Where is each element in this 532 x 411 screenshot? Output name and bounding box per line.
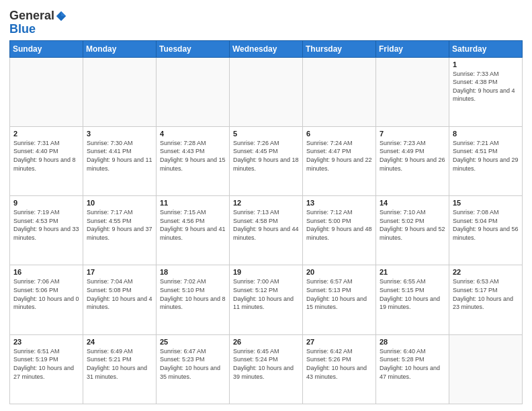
day-number: 18: [160, 268, 226, 276]
day-info: Sunrise: 7:33 AM Sunset: 4:38 PM Dayligh…: [453, 70, 519, 103]
calendar-cell: 1Sunrise: 7:33 AM Sunset: 4:38 PM Daylig…: [449, 57, 523, 126]
calendar-cell: 5Sunrise: 7:26 AM Sunset: 4:45 PM Daylig…: [230, 126, 303, 195]
day-info: Sunrise: 7:15 AM Sunset: 4:56 PM Dayligh…: [160, 208, 226, 242]
calendar-week-row: 1Sunrise: 7:33 AM Sunset: 4:38 PM Daylig…: [10, 57, 523, 126]
day-info: Sunrise: 7:00 AM Sunset: 5:12 PM Dayligh…: [233, 277, 299, 311]
day-info: Sunrise: 7:06 AM Sunset: 5:06 PM Dayligh…: [13, 277, 79, 311]
weekday-header-wednesday: Wednesday: [230, 40, 303, 57]
logo-blue-text: Blue: [9, 23, 67, 36]
day-number: 26: [233, 338, 299, 346]
calendar-week-row: 23Sunrise: 6:51 AM Sunset: 5:19 PM Dayli…: [10, 334, 523, 404]
day-info: Sunrise: 7:23 AM Sunset: 4:49 PM Dayligh…: [380, 139, 445, 173]
calendar-cell: 4Sunrise: 7:28 AM Sunset: 4:43 PM Daylig…: [157, 126, 230, 195]
day-info: Sunrise: 7:10 AM Sunset: 5:02 PM Dayligh…: [380, 208, 445, 242]
day-info: Sunrise: 6:49 AM Sunset: 5:21 PM Dayligh…: [87, 347, 152, 381]
calendar-cell: 9Sunrise: 7:19 AM Sunset: 4:53 PM Daylig…: [10, 196, 83, 265]
calendar-cell: 22Sunrise: 6:53 AM Sunset: 5:17 PM Dayli…: [449, 265, 523, 334]
day-number: 24: [87, 338, 152, 346]
calendar-cell: 13Sunrise: 7:12 AM Sunset: 5:00 PM Dayli…: [303, 196, 376, 265]
calendar-cell: 23Sunrise: 6:51 AM Sunset: 5:19 PM Dayli…: [10, 334, 83, 404]
day-info: Sunrise: 7:08 AM Sunset: 5:04 PM Dayligh…: [453, 208, 519, 242]
day-info: Sunrise: 7:28 AM Sunset: 4:43 PM Dayligh…: [160, 139, 226, 173]
day-info: Sunrise: 6:45 AM Sunset: 5:24 PM Dayligh…: [233, 347, 299, 381]
calendar-cell: 27Sunrise: 6:42 AM Sunset: 5:26 PM Dayli…: [303, 334, 376, 404]
weekday-header-saturday: Saturday: [449, 40, 523, 57]
day-info: Sunrise: 7:26 AM Sunset: 4:45 PM Dayligh…: [233, 139, 299, 173]
day-number: 16: [13, 268, 79, 276]
calendar-cell: 6Sunrise: 7:24 AM Sunset: 4:47 PM Daylig…: [303, 126, 376, 195]
calendar-cell: 8Sunrise: 7:21 AM Sunset: 4:51 PM Daylig…: [449, 126, 523, 195]
day-info: Sunrise: 7:13 AM Sunset: 4:58 PM Dayligh…: [233, 208, 299, 242]
calendar-cell: 17Sunrise: 7:04 AM Sunset: 5:08 PM Dayli…: [83, 265, 157, 334]
day-number: 4: [160, 130, 226, 138]
day-number: 28: [380, 338, 445, 346]
calendar-cell: [449, 334, 523, 404]
calendar-cell: [376, 57, 449, 126]
day-number: 3: [87, 130, 152, 138]
calendar-cell: [303, 57, 376, 126]
calendar-cell: [83, 57, 157, 126]
logo: General Blue: [9, 9, 67, 36]
day-number: 6: [306, 130, 372, 138]
day-number: 12: [233, 199, 299, 207]
day-info: Sunrise: 7:24 AM Sunset: 4:47 PM Dayligh…: [306, 139, 372, 173]
day-number: 2: [13, 130, 79, 138]
day-number: 10: [87, 199, 152, 207]
day-number: 20: [306, 268, 372, 276]
calendar-cell: [230, 57, 303, 126]
day-number: 9: [13, 199, 79, 207]
day-info: Sunrise: 7:04 AM Sunset: 5:08 PM Dayligh…: [87, 277, 152, 311]
day-number: 19: [233, 268, 299, 276]
weekday-header-sunday: Sunday: [10, 40, 83, 57]
logo-icon: [55, 10, 67, 22]
day-number: 27: [306, 338, 372, 346]
calendar-cell: 19Sunrise: 7:00 AM Sunset: 5:12 PM Dayli…: [230, 265, 303, 334]
day-number: 15: [453, 199, 519, 207]
calendar-cell: 18Sunrise: 7:02 AM Sunset: 5:10 PM Dayli…: [157, 265, 230, 334]
calendar-cell: 26Sunrise: 6:45 AM Sunset: 5:24 PM Dayli…: [230, 334, 303, 404]
calendar-table: SundayMondayTuesdayWednesdayThursdayFrid…: [9, 40, 523, 404]
logo-general-text: General: [9, 9, 54, 23]
day-info: Sunrise: 7:19 AM Sunset: 4:53 PM Dayligh…: [13, 208, 79, 242]
calendar-cell: 21Sunrise: 6:55 AM Sunset: 5:15 PM Dayli…: [376, 265, 449, 334]
day-number: 22: [453, 268, 519, 276]
day-info: Sunrise: 7:21 AM Sunset: 4:51 PM Dayligh…: [453, 139, 519, 173]
calendar-week-row: 9Sunrise: 7:19 AM Sunset: 4:53 PM Daylig…: [10, 196, 523, 265]
day-number: 8: [453, 130, 519, 138]
day-number: 1: [453, 60, 519, 68]
day-number: 5: [233, 130, 299, 138]
day-info: Sunrise: 6:57 AM Sunset: 5:13 PM Dayligh…: [306, 277, 372, 311]
day-number: 23: [13, 338, 79, 346]
day-number: 11: [160, 199, 226, 207]
day-info: Sunrise: 6:53 AM Sunset: 5:17 PM Dayligh…: [453, 277, 519, 311]
weekday-header-tuesday: Tuesday: [157, 40, 230, 57]
calendar-cell: 2Sunrise: 7:31 AM Sunset: 4:40 PM Daylig…: [10, 126, 83, 195]
day-info: Sunrise: 7:12 AM Sunset: 5:00 PM Dayligh…: [306, 208, 372, 242]
weekday-header-thursday: Thursday: [303, 40, 376, 57]
calendar-cell: 15Sunrise: 7:08 AM Sunset: 5:04 PM Dayli…: [449, 196, 523, 265]
day-info: Sunrise: 6:47 AM Sunset: 5:23 PM Dayligh…: [160, 347, 226, 381]
day-info: Sunrise: 6:40 AM Sunset: 5:28 PM Dayligh…: [380, 347, 445, 381]
day-number: 14: [380, 199, 445, 207]
calendar-cell: 11Sunrise: 7:15 AM Sunset: 4:56 PM Dayli…: [157, 196, 230, 265]
page: General Blue SundayMondayTuesdayWednesda…: [0, 0, 532, 411]
svg-marker-1: [61, 11, 66, 16]
day-number: 25: [160, 338, 226, 346]
calendar-cell: 28Sunrise: 6:40 AM Sunset: 5:28 PM Dayli…: [376, 334, 449, 404]
day-info: Sunrise: 6:51 AM Sunset: 5:19 PM Dayligh…: [13, 347, 79, 381]
calendar-cell: 12Sunrise: 7:13 AM Sunset: 4:58 PM Dayli…: [230, 196, 303, 265]
day-number: 13: [306, 199, 372, 207]
calendar-cell: [10, 57, 83, 126]
day-info: Sunrise: 7:17 AM Sunset: 4:55 PM Dayligh…: [87, 208, 152, 242]
calendar-cell: 20Sunrise: 6:57 AM Sunset: 5:13 PM Dayli…: [303, 265, 376, 334]
calendar-cell: 3Sunrise: 7:30 AM Sunset: 4:41 PM Daylig…: [83, 126, 157, 195]
day-info: Sunrise: 6:55 AM Sunset: 5:15 PM Dayligh…: [380, 277, 445, 311]
weekday-header-monday: Monday: [83, 40, 157, 57]
weekday-header-row: SundayMondayTuesdayWednesdayThursdayFrid…: [10, 40, 523, 57]
calendar-cell: 10Sunrise: 7:17 AM Sunset: 4:55 PM Dayli…: [83, 196, 157, 265]
day-info: Sunrise: 7:30 AM Sunset: 4:41 PM Dayligh…: [87, 139, 152, 173]
calendar-week-row: 16Sunrise: 7:06 AM Sunset: 5:06 PM Dayli…: [10, 265, 523, 334]
day-info: Sunrise: 7:31 AM Sunset: 4:40 PM Dayligh…: [13, 139, 79, 173]
calendar-cell: 25Sunrise: 6:47 AM Sunset: 5:23 PM Dayli…: [157, 334, 230, 404]
day-number: 21: [380, 268, 445, 276]
